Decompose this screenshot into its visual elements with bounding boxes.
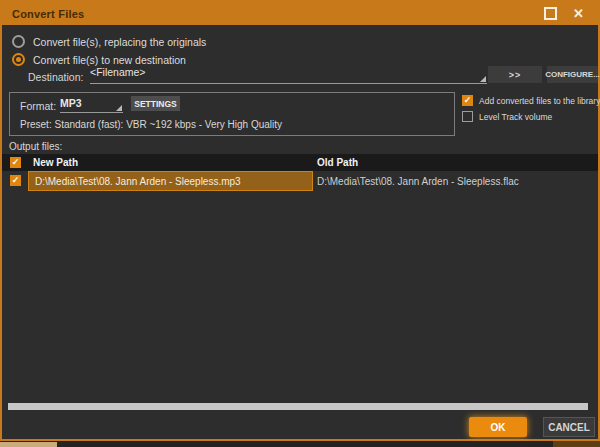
new-path-value: D:\Media\Test\08. Jann Arden - Sleepless… [35, 176, 241, 187]
maximize-icon[interactable] [544, 7, 557, 20]
add-to-library-label: Add converted files to the library [479, 96, 600, 106]
cell-old-path[interactable]: D:\Media\Test\08. Jann Arden - Sleepless… [317, 171, 598, 191]
format-value: MP3 [60, 97, 82, 109]
format-label: Format: [20, 100, 56, 112]
configure-button[interactable]: CONFIGURE... [547, 66, 598, 83]
format-combo[interactable]: MP3 [60, 97, 123, 113]
column-header-old-path[interactable]: Old Path [317, 157, 358, 168]
dialog-title: Convert Files [12, 8, 84, 20]
row-checkbox[interactable]: ✓ [10, 175, 21, 186]
dropdown-corner-icon [480, 76, 486, 82]
destination-more-button[interactable]: >> [488, 66, 542, 83]
radio-replace-originals[interactable]: Convert file(s), replacing the originals [12, 35, 206, 48]
window-controls: ✕ [544, 7, 584, 20]
horizontal-scrollbar[interactable] [8, 403, 588, 410]
dropdown-corner-icon [116, 105, 122, 111]
format-box: Format: MP3 SETTINGS Preset: Standard (f… [9, 92, 455, 136]
ok-button[interactable]: OK [469, 417, 527, 437]
output-files-label: Output files: [9, 141, 62, 152]
settings-button[interactable]: SETTINGS [131, 96, 180, 111]
radio-icon [12, 35, 25, 48]
table-row: ✓ D:\Media\Test\08. Jann Arden - Sleeple… [2, 171, 598, 191]
radio-new-destination-label: Convert file(s) to new destination [33, 54, 186, 66]
destination-value: <Filename> [90, 66, 145, 78]
screen: Convert Files ✕ Convert file(s), replaci… [0, 0, 600, 447]
convert-files-dialog: Convert Files ✕ Convert file(s), replaci… [0, 0, 600, 441]
checkbox-unchecked-icon [462, 111, 473, 122]
radio-replace-label: Convert file(s), replacing the originals [33, 36, 206, 48]
background-accent-right [553, 441, 600, 447]
cell-new-path-selected[interactable]: D:\Media\Test\08. Jann Arden - Sleepless… [28, 171, 313, 191]
checkbox-add-to-library[interactable]: ✓ Add converted files to the library [462, 95, 600, 106]
destination-label: Destination: [28, 71, 83, 83]
level-track-volume-label: Level Track volume [479, 112, 552, 122]
cancel-button[interactable]: CANCEL [543, 417, 595, 437]
table-header: ✓ New Path Old Path [2, 154, 598, 171]
background-strip [0, 441, 600, 447]
preset-text: Preset: Standard (fast): VBR ~192 kbps -… [20, 119, 282, 130]
column-header-new-path[interactable]: New Path [33, 157, 78, 168]
titlebar[interactable]: Convert Files ✕ [2, 2, 598, 25]
select-all-checkbox[interactable]: ✓ [10, 157, 21, 168]
radio-new-destination[interactable]: Convert file(s) to new destination [12, 53, 186, 66]
close-icon[interactable]: ✕ [573, 7, 584, 20]
radio-selected-icon [12, 53, 25, 66]
destination-combo[interactable]: <Filename> [90, 66, 487, 84]
background-accent-left [0, 442, 57, 447]
checkbox-checked-icon: ✓ [462, 95, 473, 106]
checkbox-level-track-volume[interactable]: Level Track volume [462, 111, 552, 122]
old-path-value: D:\Media\Test\08. Jann Arden - Sleepless… [317, 176, 519, 187]
